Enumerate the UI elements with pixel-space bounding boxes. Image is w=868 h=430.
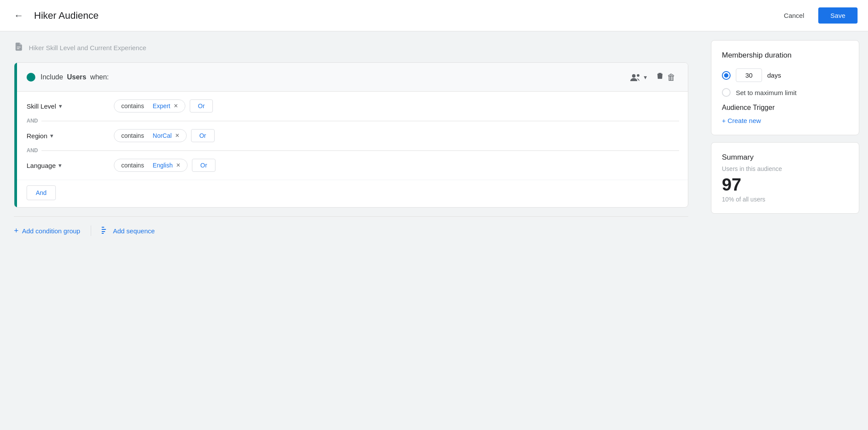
- add-condition-group-button[interactable]: + Add condition group: [14, 226, 80, 235]
- right-panel: Membership duration days Set to maximum …: [702, 31, 868, 430]
- when-label: when:: [90, 73, 109, 81]
- max-limit-radio-row: Set to maximum limit: [722, 88, 848, 97]
- chevron-down-icon: ▾: [644, 74, 647, 81]
- radio-inner: [724, 73, 728, 78]
- chip-value-3: English: [153, 162, 173, 169]
- chevron-down-icon: ▾: [50, 132, 53, 139]
- chip-close-2[interactable]: ×: [175, 132, 179, 139]
- teal-dot: [27, 73, 35, 82]
- chip-operator-2: contains: [121, 132, 144, 139]
- svg-rect-4: [102, 231, 105, 232]
- users-label: Users: [67, 73, 86, 81]
- and-button-row: And: [14, 180, 688, 207]
- header: ← Hiker Audience Cancel Save: [0, 0, 868, 31]
- days-input[interactable]: [736, 68, 762, 82]
- description-text: Hiker Skill Level and Current Experience: [29, 44, 146, 51]
- svg-rect-3: [102, 229, 106, 230]
- chip-value-2: NorCal: [153, 132, 172, 139]
- header-left: ← Hiker Audience: [10, 7, 99, 25]
- membership-card: Membership duration days Set to maximum …: [711, 40, 859, 135]
- condition-field-3: Language ▾: [27, 162, 114, 169]
- summary-card: Summary Users in this audience 97 10% of…: [711, 142, 859, 214]
- days-label: days: [767, 72, 781, 79]
- chevron-down-icon: ▾: [59, 102, 62, 109]
- trigger-title: Audience Trigger: [722, 104, 848, 112]
- chip-value-1: Expert: [153, 102, 170, 109]
- divider: [91, 225, 91, 236]
- back-button[interactable]: ←: [10, 7, 27, 25]
- language-selector[interactable]: Language ▾: [27, 162, 114, 169]
- field-label-2: Region: [27, 132, 48, 140]
- summary-percent: 10% of all users: [722, 196, 848, 203]
- field-label-1: Skill Level: [27, 102, 56, 110]
- and-separator-1: AND: [27, 117, 679, 125]
- condition-values-2: contains NorCal × Or: [114, 129, 679, 142]
- bottom-bar: + Add condition group Add sequence: [14, 216, 688, 245]
- condition-field-1: Skill Level ▾: [27, 102, 114, 110]
- audience-trigger-section: Audience Trigger + Create new: [722, 104, 848, 124]
- svg-rect-2: [102, 227, 104, 228]
- group-header: Include Users when: ▾: [14, 63, 688, 92]
- summary-count: 97: [722, 175, 848, 194]
- cancel-button[interactable]: Cancel: [777, 8, 811, 23]
- save-button[interactable]: Save: [818, 7, 858, 24]
- teal-accent-bar: [14, 63, 17, 207]
- summary-subtitle: Users in this audience: [722, 165, 848, 172]
- condition-row: Skill Level ▾ contains Expert × Or: [27, 95, 679, 117]
- group-header-right: ▾ 🗑: [630, 70, 679, 84]
- chip-operator-1: contains: [121, 102, 144, 109]
- add-sequence-button[interactable]: Add sequence: [102, 227, 155, 235]
- summary-title: Summary: [722, 153, 848, 162]
- delete-group-button[interactable]: 🗑: [652, 70, 679, 84]
- chip-close-1[interactable]: ×: [174, 102, 178, 109]
- separator-line: [41, 121, 679, 121]
- include-text: Include Users when:: [41, 73, 109, 81]
- chip-close-3[interactable]: ×: [176, 162, 180, 169]
- condition-values-3: contains English × Or: [114, 159, 679, 172]
- max-limit-label: Set to maximum limit: [736, 89, 796, 96]
- days-radio-button[interactable]: [722, 71, 731, 80]
- condition-chip-3: contains English ×: [114, 159, 188, 172]
- separator-line-2: [41, 150, 679, 151]
- conditions-area: Skill Level ▾ contains Expert × Or: [14, 92, 688, 180]
- condition-group: Include Users when: ▾: [14, 62, 688, 208]
- and-label-2: AND: [27, 147, 38, 154]
- region-selector[interactable]: Region ▾: [27, 132, 114, 140]
- svg-point-0: [632, 74, 636, 78]
- left-content: Hiker Skill Level and Current Experience…: [0, 31, 702, 430]
- condition-field-2: Region ▾: [27, 132, 114, 140]
- condition-chip-2: contains NorCal ×: [114, 129, 187, 142]
- svg-point-1: [637, 74, 639, 77]
- page-title: Hiker Audience: [34, 10, 99, 21]
- skill-level-selector[interactable]: Skill Level ▾: [27, 102, 114, 110]
- condition-values-1: contains Expert × Or: [114, 99, 679, 113]
- membership-title: Membership duration: [722, 51, 848, 60]
- and-add-button[interactable]: And: [27, 185, 56, 200]
- chevron-down-icon: ▾: [58, 162, 62, 169]
- chip-operator-3: contains: [121, 162, 144, 169]
- plus-icon: +: [14, 226, 19, 235]
- document-icon: [14, 42, 24, 54]
- days-radio-row: days: [722, 68, 848, 82]
- condition-row-3: Language ▾ contains English × Or: [27, 154, 679, 176]
- condition-row-2: Region ▾ contains NorCal × Or: [27, 125, 679, 147]
- or-button-1[interactable]: Or: [190, 99, 213, 113]
- condition-chip-1: contains Expert ×: [114, 99, 185, 113]
- main-layout: Hiker Skill Level and Current Experience…: [0, 31, 868, 430]
- user-type-button[interactable]: ▾: [630, 73, 647, 81]
- or-button-2[interactable]: Or: [191, 129, 215, 142]
- create-new-trigger-button[interactable]: + Create new: [722, 117, 761, 124]
- description-bar: Hiker Skill Level and Current Experience: [14, 42, 688, 54]
- svg-rect-5: [102, 233, 104, 234]
- header-right: Cancel Save: [777, 7, 858, 24]
- max-limit-radio-button[interactable]: [722, 88, 731, 97]
- field-label-3: Language: [27, 162, 56, 169]
- include-label: Include: [41, 73, 63, 81]
- or-button-3[interactable]: Or: [192, 159, 215, 172]
- and-label-1: AND: [27, 118, 38, 124]
- group-header-left: Include Users when:: [27, 73, 109, 82]
- add-group-label: Add condition group: [22, 227, 80, 235]
- sequence-icon: [102, 227, 109, 235]
- and-separator-2: AND: [27, 147, 679, 154]
- add-sequence-label: Add sequence: [113, 227, 155, 235]
